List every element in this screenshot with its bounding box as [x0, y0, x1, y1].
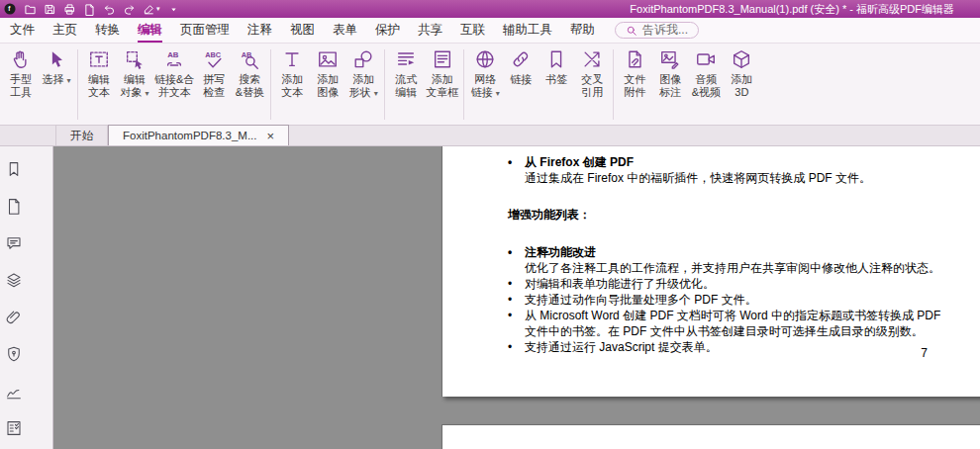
doc-bullet-bold: •注释功能改进 — [508, 244, 953, 260]
panel-security-button[interactable] — [0, 336, 52, 374]
format-brush-icon[interactable]: ▾ — [143, 3, 160, 16]
web-link-icon — [474, 48, 496, 70]
doc-bullet: •对编辑和表单功能进行了升级优化。 — [508, 276, 953, 292]
link-icon — [510, 48, 532, 70]
panel-pages-button[interactable] — [0, 188, 52, 225]
fields-icon — [5, 419, 23, 437]
audio-video-icon — [695, 48, 717, 70]
pdf-page-next — [441, 424, 980, 449]
ribbon-buttons: 手型工具选择 ▾编辑文本编辑对象 ▾AB链接&合并文本ABC拼写检查AB搜索&替… — [0, 44, 980, 125]
ribbon-separator — [270, 49, 271, 120]
ribbon-button-add-shapes[interactable]: 添加形状 ▾ — [345, 46, 381, 123]
page-number: 7 — [508, 346, 928, 360]
ribbon-button-cross-reference[interactable]: 交叉引用 — [574, 46, 610, 123]
ribbon-button-web-link[interactable]: 网络链接 ▾ — [467, 46, 503, 123]
ribbon-separator — [613, 49, 614, 120]
menu-tab-表单[interactable]: 表单 — [333, 18, 357, 43]
ribbon-button-add-3d[interactable]: 添加3D — [724, 46, 759, 123]
doc-body: 通过集成在 Firefox 中的福昕插件，快速将网页转换成 PDF 文件。 — [508, 170, 953, 186]
svg-text:ABC: ABC — [206, 50, 223, 59]
reflow-edit-icon — [395, 48, 417, 70]
ribbon-button-select[interactable]: 选择 ▾ — [39, 46, 74, 123]
ribbon-group: 文件附件图像标注音频&视频添加3D — [617, 46, 759, 123]
doc-bullet: •从 Microsoft Word 创建 PDF 文档时可将 Word 中的指定… — [508, 308, 953, 339]
ribbon-group: 流式编辑添加文章框 — [388, 46, 460, 123]
ribbon-button-file-attachment[interactable]: 文件附件 — [617, 46, 652, 123]
tell-me-label: 告诉我... — [642, 22, 688, 39]
edit-object-icon — [124, 48, 146, 70]
layers-icon — [5, 271, 23, 289]
panel-fields-button[interactable] — [0, 410, 52, 448]
app-logo-icon: f — [3, 2, 17, 16]
doc-heading: 增强功能列表： — [508, 207, 953, 223]
save-icon[interactable] — [44, 3, 56, 16]
print-icon[interactable] — [63, 3, 76, 16]
menu-tab-注释[interactable]: 注释 — [247, 18, 272, 43]
panel-layers-button[interactable] — [0, 262, 52, 300]
document-tab[interactable]: 开始 — [55, 125, 108, 145]
close-tab-icon[interactable]: × — [267, 130, 275, 142]
ribbon-button-edit-object[interactable]: 编辑对象 ▾ — [117, 46, 152, 123]
ribbon-button-link[interactable]: 链接 — [503, 46, 539, 123]
ribbon-button-image-annotation[interactable]: 图像标注 — [652, 46, 688, 123]
ribbon-separator — [463, 49, 464, 120]
quick-access-toolbar: f▾ — [0, 2, 180, 16]
ribbon-button-add-image[interactable]: 添加图像 — [310, 46, 345, 123]
document-tab[interactable]: FoxitPhantomPDF8.3_M...× — [108, 125, 289, 145]
menu-tab-转换[interactable]: 转换 — [95, 18, 120, 43]
tabbar-tabs: 开始FoxitPhantomPDF8.3_M...× — [55, 125, 289, 145]
panel-attachments-button[interactable] — [0, 299, 52, 336]
menu-tab-互联[interactable]: 互联 — [460, 18, 485, 43]
pdf-page: •从 Firefox 创建 PDF通过集成在 Firefox 中的福昕插件，快速… — [441, 146, 980, 397]
ribbon-button-hand-tool[interactable]: 手型工具 — [3, 46, 39, 123]
toolbar-options-icon[interactable] — [167, 3, 180, 16]
menu-tab-页面管理[interactable]: 页面管理 — [180, 18, 230, 43]
menu-tab-编辑[interactable]: 编辑 — [138, 18, 162, 43]
window-title: FoxitPhantomPDF8.3_Manual(1).pdf (安全) * … — [630, 2, 980, 17]
menu-tab-辅助工具[interactable]: 辅助工具 — [503, 18, 552, 43]
menu-tab-共享[interactable]: 共享 — [418, 18, 442, 43]
file-attachment-icon — [624, 48, 645, 70]
doc-body: 优化了各注释工具的工作流程，并支持用户在共享审阅中修改他人注释的状态。 — [508, 260, 953, 276]
ribbon-button-add-article-box[interactable]: 添加文章框 — [424, 46, 460, 123]
menu-tab-主页[interactable]: 主页 — [52, 18, 77, 43]
document-canvas[interactable]: •从 Firefox 创建 PDF通过集成在 Firefox 中的福昕插件，快速… — [53, 146, 980, 449]
doc-bullet: •支持通过动作向导批量处理多个 PDF 文件。 — [508, 292, 953, 308]
ribbon-separator — [77, 49, 78, 120]
panel-bookmarks-button[interactable] — [0, 150, 52, 188]
ribbon-button-reflow-edit[interactable]: 流式编辑 — [388, 46, 424, 123]
ribbon-button-bookmark[interactable]: 书签 — [539, 46, 574, 123]
ribbon-button-add-text[interactable]: 添加文本 — [274, 46, 310, 123]
document-tab-label: FoxitPhantomPDF8.3_M... — [123, 130, 257, 141]
ribbon-button-spell-check[interactable]: ABC拼写检查 — [196, 46, 232, 123]
menu-tab-帮助[interactable]: 帮助 — [570, 18, 595, 43]
bookmark-icon — [545, 48, 567, 70]
edit-text-icon — [88, 48, 110, 70]
tell-me-search[interactable]: 告诉我... — [615, 22, 699, 39]
svg-text:AB: AB — [167, 50, 179, 59]
doc-bullet-bold: •从 Firefox 创建 PDF — [508, 154, 953, 170]
cross-reference-icon — [581, 48, 603, 70]
attachments-icon — [5, 309, 23, 326]
new-document-icon[interactable] — [83, 3, 96, 16]
ribbon-button-search-replace[interactable]: AB搜索&替换 — [232, 46, 267, 123]
hand-tool-icon — [10, 48, 32, 70]
redo-icon[interactable] — [123, 3, 136, 16]
menu-tab-视图[interactable]: 视图 — [290, 18, 315, 43]
menu-tab-文件[interactable]: 文件 — [10, 18, 35, 43]
security-icon — [5, 345, 23, 363]
add-image-icon — [317, 48, 339, 70]
ribbon-button-edit-text[interactable]: 编辑文本 — [81, 46, 117, 123]
menubar: 文件主页转换编辑页面管理注释视图表单保护共享互联辅助工具帮助 告诉我... — [0, 18, 980, 44]
ribbon-button-audio-video[interactable]: 音频&视频 — [688, 46, 724, 123]
panel-comments-button[interactable] — [0, 224, 52, 262]
page-content: •从 Firefox 创建 PDF通过集成在 Firefox 中的福昕插件，快速… — [442, 146, 953, 355]
menu-tab-保护[interactable]: 保护 — [375, 18, 400, 43]
open-icon[interactable] — [24, 3, 37, 16]
main-area: •从 Firefox 创建 PDF通过集成在 Firefox 中的福昕插件，快速… — [0, 146, 980, 449]
panel-signature-button[interactable] — [0, 373, 52, 410]
ribbon-button-link-join-text[interactable]: AB链接&合并文本 — [152, 46, 196, 123]
undo-icon[interactable] — [103, 3, 116, 16]
search-icon — [626, 25, 637, 37]
ribbon-group: 网络链接 ▾链接书签交叉引用 — [467, 46, 610, 123]
